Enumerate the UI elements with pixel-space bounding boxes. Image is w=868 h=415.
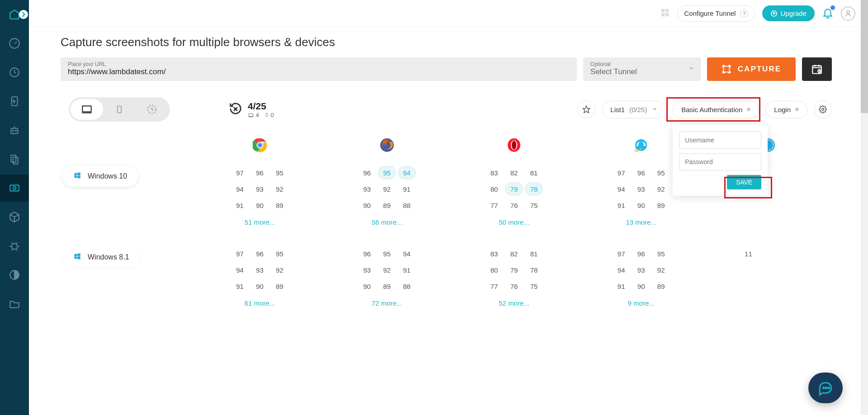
more-versions-link[interactable]: 52 more... bbox=[499, 299, 529, 307]
version-cell[interactable]: 89 bbox=[271, 198, 289, 212]
version-cell[interactable]: 89 bbox=[652, 279, 670, 293]
version-cell[interactable]: 95 bbox=[652, 166, 670, 179]
version-cell[interactable]: 94 bbox=[231, 182, 249, 196]
more-versions-link[interactable]: 56 more... bbox=[372, 218, 402, 226]
version-cell[interactable]: 75 bbox=[525, 198, 543, 212]
version-cell[interactable]: 97 bbox=[231, 166, 249, 179]
version-cell[interactable]: 97 bbox=[231, 247, 249, 260]
version-cell[interactable]: 91 bbox=[612, 198, 630, 212]
more-versions-link[interactable]: 13 more... bbox=[626, 218, 656, 226]
tunnel-select[interactable]: Optional Select Tunnel bbox=[583, 57, 701, 81]
version-cell[interactable]: 95 bbox=[271, 166, 289, 179]
version-cell[interactable]: 94 bbox=[612, 263, 630, 277]
version-cell[interactable]: 95 bbox=[652, 247, 670, 260]
version-cell[interactable]: 93 bbox=[632, 182, 650, 196]
version-cell[interactable]: 90 bbox=[358, 198, 376, 212]
device-desktop-option[interactable] bbox=[71, 99, 103, 120]
url-input-wrap[interactable]: Place your URL bbox=[61, 57, 577, 81]
version-cell[interactable]: 96 bbox=[251, 166, 269, 179]
version-cell[interactable]: 76 bbox=[505, 279, 523, 293]
version-cell[interactable]: 94 bbox=[612, 182, 630, 196]
favorite-button[interactable] bbox=[577, 100, 595, 118]
version-cell[interactable]: 96 bbox=[632, 166, 650, 179]
version-cell[interactable]: 96 bbox=[358, 247, 376, 260]
upgrade-button[interactable]: Upgrade bbox=[762, 5, 815, 21]
nav-screenshot-icon[interactable] bbox=[0, 174, 29, 202]
version-cell[interactable]: 93 bbox=[632, 263, 650, 277]
version-cell[interactable]: 92 bbox=[378, 182, 396, 196]
os-chip[interactable]: Windows 8.1 bbox=[62, 247, 140, 268]
version-cell[interactable]: 89 bbox=[271, 279, 289, 293]
device-history-option[interactable] bbox=[136, 99, 168, 120]
version-cell[interactable]: 78 bbox=[525, 182, 543, 196]
version-cell[interactable]: 91 bbox=[231, 279, 249, 293]
version-cell[interactable]: 82 bbox=[505, 166, 523, 179]
version-cell[interactable]: 93 bbox=[251, 182, 269, 196]
notifications-icon[interactable] bbox=[822, 7, 834, 20]
version-cell[interactable]: 81 bbox=[525, 166, 543, 179]
configure-tunnel-button[interactable]: Configure Tunnel ? bbox=[677, 5, 755, 22]
url-input[interactable] bbox=[68, 67, 570, 76]
capture-button[interactable]: CAPTURE bbox=[707, 57, 796, 81]
version-cell[interactable]: 97 bbox=[612, 166, 630, 179]
version-cell[interactable]: 95 bbox=[271, 247, 289, 260]
apps-grid-icon[interactable] bbox=[660, 8, 670, 19]
auth-save-button[interactable]: SAVE bbox=[727, 175, 761, 189]
version-cell[interactable]: 89 bbox=[378, 279, 396, 293]
basic-auth-dropdown[interactable]: Basic Authentication bbox=[673, 101, 759, 118]
version-cell[interactable]: 96 bbox=[358, 166, 376, 179]
version-cell[interactable]: 89 bbox=[378, 198, 396, 212]
version-cell[interactable]: 92 bbox=[652, 182, 670, 196]
more-versions-link[interactable]: 61 more... bbox=[245, 299, 275, 307]
version-cell[interactable]: 92 bbox=[378, 263, 396, 277]
version-cell[interactable]: 89 bbox=[652, 198, 670, 212]
version-cell[interactable]: 90 bbox=[632, 198, 650, 212]
version-cell[interactable]: 80 bbox=[485, 263, 503, 277]
auth-username-input[interactable] bbox=[679, 132, 761, 149]
version-cell[interactable]: 91 bbox=[398, 182, 416, 196]
more-versions-link[interactable]: 9 more... bbox=[628, 299, 655, 307]
logo[interactable] bbox=[4, 4, 25, 25]
version-cell[interactable]: 90 bbox=[632, 279, 650, 293]
version-cell[interactable]: 93 bbox=[358, 263, 376, 277]
version-cell[interactable]: 90 bbox=[358, 279, 376, 293]
version-cell[interactable]: 83 bbox=[485, 247, 503, 260]
version-cell[interactable]: 82 bbox=[505, 247, 523, 260]
login-dropdown[interactable]: Login bbox=[765, 101, 807, 118]
version-cell[interactable]: 91 bbox=[231, 198, 249, 212]
user-avatar-icon[interactable] bbox=[841, 6, 855, 21]
version-cell[interactable]: 88 bbox=[398, 279, 416, 293]
version-cell[interactable]: 83 bbox=[485, 166, 503, 179]
version-cell[interactable]: 11 bbox=[739, 247, 757, 260]
version-cell[interactable]: 76 bbox=[505, 198, 523, 212]
version-cell[interactable]: 96 bbox=[632, 247, 650, 260]
version-cell[interactable]: 81 bbox=[525, 247, 543, 260]
nav-bug-icon[interactable] bbox=[0, 232, 29, 259]
version-cell[interactable]: 79 bbox=[505, 182, 523, 196]
version-cell[interactable]: 75 bbox=[525, 279, 543, 293]
nav-battery-icon[interactable] bbox=[0, 88, 29, 115]
nav-folder-icon[interactable] bbox=[0, 290, 29, 317]
scrollbar[interactable] bbox=[861, 0, 868, 415]
settings-button[interactable] bbox=[814, 100, 832, 118]
nav-clipboard-icon[interactable] bbox=[0, 146, 29, 173]
auth-password-input[interactable] bbox=[679, 153, 761, 170]
nav-robot-icon[interactable] bbox=[0, 117, 29, 144]
device-mobile-option[interactable] bbox=[103, 99, 136, 120]
schedule-button[interactable] bbox=[802, 57, 832, 81]
version-cell[interactable]: 77 bbox=[485, 198, 503, 212]
version-cell[interactable]: 79 bbox=[505, 263, 523, 277]
version-cell[interactable]: 88 bbox=[398, 198, 416, 212]
reset-icon[interactable] bbox=[229, 102, 242, 117]
version-cell[interactable]: 94 bbox=[398, 247, 416, 260]
version-cell[interactable]: 93 bbox=[358, 182, 376, 196]
nav-cube-icon[interactable] bbox=[0, 203, 29, 231]
version-cell[interactable]: 91 bbox=[612, 279, 630, 293]
version-cell[interactable]: 92 bbox=[652, 263, 670, 277]
version-cell[interactable]: 95 bbox=[378, 166, 396, 179]
nav-contrast-icon[interactable] bbox=[0, 261, 29, 288]
version-cell[interactable]: 92 bbox=[271, 263, 289, 277]
more-versions-link[interactable]: 72 more... bbox=[372, 299, 402, 307]
version-cell[interactable]: 90 bbox=[251, 279, 269, 293]
more-versions-link[interactable]: 51 more... bbox=[245, 218, 275, 226]
